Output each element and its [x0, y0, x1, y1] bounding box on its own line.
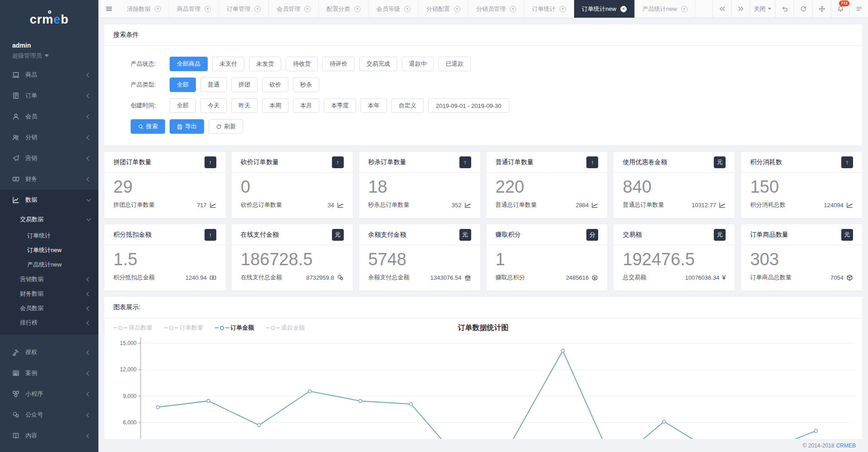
brand-link[interactable]: CRMEB: [836, 442, 856, 449]
filter-option-本年[interactable]: 本年: [361, 98, 387, 113]
undo-button[interactable]: [775, 0, 794, 18]
sidebar-item-小程序[interactable]: 小程序: [0, 384, 98, 404]
layout-menu-button[interactable]: [849, 0, 868, 18]
filter-option-今天[interactable]: 今天: [200, 98, 227, 113]
stat-card-header: 积分抵扣金额↑: [104, 224, 225, 245]
filter-option-全部商品[interactable]: 全部商品: [170, 57, 208, 71]
unit-badge: 元: [714, 229, 726, 241]
sidebar-item-数据[interactable]: 数据: [0, 190, 98, 210]
fullscreen-move-button[interactable]: [812, 0, 831, 18]
search-panel-title: 搜索条件: [104, 24, 862, 46]
tab-会员管理[interactable]: 会员管理×: [269, 0, 319, 18]
page-footer: © 2014-2018 CRMEB: [98, 439, 868, 452]
filter-option-本月[interactable]: 本月: [293, 98, 319, 113]
close-tabs-dropdown-label: 关闭: [754, 5, 766, 13]
tab-close-icon[interactable]: ×: [454, 6, 460, 12]
sidebar-item-设置[interactable]: 设置: [0, 446, 98, 452]
sidebar-item-授权[interactable]: 授权: [0, 342, 98, 363]
tab-产品统计new[interactable]: 产品统计new×: [635, 0, 696, 18]
filter-option-未发货[interactable]: 未发货: [249, 57, 281, 71]
sidebar-item-营销[interactable]: 营销: [0, 148, 98, 169]
stat-footer-number: 34: [327, 202, 334, 209]
stat-footer-label: 拼团总订单数量: [113, 201, 155, 209]
chevron-left-icon: [87, 371, 91, 375]
filter-option-秒杀[interactable]: 秒杀: [293, 78, 319, 92]
tab-close-icon[interactable]: ×: [354, 6, 361, 12]
button-label: 搜索: [146, 122, 158, 131]
sidebar-item-订单[interactable]: 订单: [0, 85, 98, 106]
tab-分销配置[interactable]: 分销配置×: [419, 0, 468, 18]
tab-close-icon[interactable]: ×: [404, 6, 410, 12]
stat-footer-value: 2485616: [566, 274, 599, 281]
tab-分销员管理[interactable]: 分销员管理×: [468, 0, 524, 18]
tab-清除数据[interactable]: 清除数据×: [119, 0, 169, 18]
stat-card-余额支付金额: 余额支付金额元5748余额支付总金额1343076.54: [359, 224, 480, 291]
filter-option-待评价[interactable]: 待评价: [322, 57, 355, 71]
filter-option-全部[interactable]: 全部: [170, 78, 196, 92]
scroll-tabs-right-button[interactable]: [731, 0, 750, 18]
sidebar-group-交易数据[interactable]: 交易数据: [0, 210, 98, 228]
tab-订单统计[interactable]: 订单统计×: [524, 0, 574, 18]
tab-close-icon[interactable]: ×: [510, 6, 516, 12]
tab-close-icon[interactable]: ×: [254, 6, 261, 12]
filter-option-本周[interactable]: 本周: [262, 98, 288, 113]
filter-option-退款中[interactable]: 退款中: [402, 57, 434, 71]
sidebar-subitem-订单统计[interactable]: 订单统计: [0, 228, 98, 243]
copyright-text: © 2014-2018: [803, 442, 834, 449]
sidebar-group-营销数据[interactable]: 营销数据: [0, 272, 98, 287]
sidebar-item-案例[interactable]: 案例: [0, 363, 98, 384]
导出-button[interactable]: 导出: [170, 119, 204, 134]
search-panel: 搜索条件 产品状态:全部商品未支付未发货待收货待评价交易完成退款中已退款产品类型…: [104, 24, 862, 146]
close-tabs-dropdown-button[interactable]: 关闭: [750, 0, 775, 18]
搜索-button[interactable]: 搜索: [131, 119, 165, 134]
tab-close-icon[interactable]: ×: [155, 6, 161, 12]
tab-会员等级[interactable]: 会员等级×: [369, 0, 419, 18]
tab-close-icon[interactable]: ×: [681, 6, 688, 12]
tab-close-icon[interactable]: ×: [620, 6, 627, 12]
sidebar-item-商品[interactable]: 商品: [0, 64, 98, 85]
scroll-tabs-left-button[interactable]: [712, 0, 731, 18]
tab-close-icon[interactable]: ×: [304, 6, 311, 12]
sidebar-item-公众号[interactable]: 公众号: [0, 404, 98, 425]
sidebar-item-内容[interactable]: 内容: [0, 425, 98, 446]
filter-option-拼团[interactable]: 拼团: [231, 78, 258, 92]
sidebar-item-财务[interactable]: 财务: [0, 169, 98, 190]
filter-option-未支付[interactable]: 未支付: [212, 57, 244, 71]
sidebar-subitem-产品统计new[interactable]: 产品统计new: [0, 258, 98, 272]
sidebar-group-财务数据[interactable]: 财务数据: [0, 287, 98, 301]
user-block: admin 超级管理员: [0, 39, 98, 60]
data-point-marker: [814, 429, 818, 433]
tab-配置分类[interactable]: 配置分类×: [319, 0, 369, 18]
user-role-dropdown[interactable]: 超级管理员: [12, 52, 98, 60]
sidebar-group-会员数据[interactable]: 会员数据: [0, 301, 98, 316]
refresh-page-button[interactable]: [794, 0, 812, 18]
notifications-button[interactable]: 772: [831, 0, 849, 18]
filter-option-自定义[interactable]: 自定义: [391, 98, 424, 113]
unit-badge: 元: [714, 156, 726, 168]
save-icon: [177, 124, 183, 130]
filter-option-已退款[interactable]: 已退款: [439, 57, 471, 71]
刷新-button[interactable]: 刷新: [209, 119, 243, 134]
tab-close-icon[interactable]: ×: [205, 6, 211, 12]
filter-option-昨天[interactable]: 昨天: [231, 98, 258, 113]
date-range-input[interactable]: 2019-09-01 - 2019-09-30: [428, 98, 509, 113]
tab-close-icon[interactable]: ×: [560, 6, 566, 12]
tab-订单管理[interactable]: 订单管理×: [219, 0, 269, 18]
filter-option-本季度[interactable]: 本季度: [324, 98, 356, 113]
tab-label: 会员管理: [277, 5, 300, 13]
sidebar-subitem-订单统计new[interactable]: 订单统计new: [0, 243, 98, 258]
filter-option-普通[interactable]: 普通: [200, 78, 227, 92]
filter-option-待收货[interactable]: 待收货: [286, 57, 318, 71]
filter-option-砍价[interactable]: 砍价: [262, 78, 288, 92]
sidebar-item-label: 会员: [25, 112, 81, 121]
filter-option-全部[interactable]: 全部: [170, 98, 196, 113]
sidebar-collapse-button[interactable]: [98, 0, 119, 18]
chevron-left-icon: [87, 277, 91, 282]
sidebar-group-排行榜[interactable]: 排行榜: [0, 316, 98, 330]
tab-商品管理[interactable]: 商品管理×: [169, 0, 219, 18]
filter-option-交易完成[interactable]: 交易完成: [359, 57, 397, 71]
tab-订单统计new[interactable]: 订单统计new×: [574, 0, 635, 18]
sidebar-item-分销[interactable]: 分销: [0, 127, 98, 148]
sidebar-item-会员[interactable]: 会员: [0, 106, 98, 127]
stat-footer-value: 8732959.8: [306, 274, 343, 281]
